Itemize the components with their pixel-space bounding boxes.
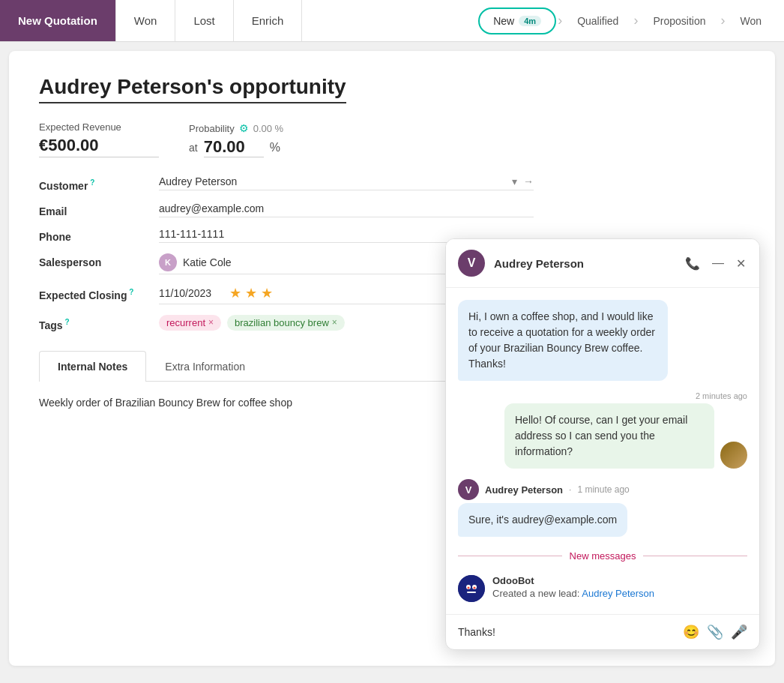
attachment-icon[interactable]: 📎 — [707, 624, 723, 640]
svg-point-4 — [474, 587, 476, 589]
chat-sender-time-3: · — [569, 484, 571, 495]
stage-won-label: Won — [740, 15, 762, 27]
expected-closing-label: Expected Closing ? — [39, 285, 159, 301]
tab-internal-notes[interactable]: Internal Notes — [39, 351, 146, 382]
probability-group: Probability ⚙ 0.00 % at 70.00 % — [189, 122, 283, 157]
stage-new-badge: 4m — [519, 16, 541, 26]
outgoing-avatar-image — [720, 442, 747, 469]
tag-brazilian-bouncy-brew[interactable]: brazilian bouncy brew × — [227, 315, 345, 331]
stage-arrow-2: › — [633, 13, 638, 28]
chat-header-icons: 📞 — ✕ — [684, 255, 747, 272]
at-label: at — [189, 142, 198, 154]
enrich-button[interactable]: Enrich — [234, 0, 303, 41]
chat-contact-name: Audrey Peterson — [494, 257, 675, 270]
customer-label: Customer ? — [39, 175, 159, 192]
email-field[interactable]: audrey@example.com — [159, 202, 534, 217]
chat-bubble-incoming-3: Sure, it's audrey@example.com — [458, 503, 627, 537]
customer-field[interactable]: Audrey Peterson ▾ → — [159, 175, 534, 190]
revenue-group: Expected Revenue €500.00 — [39, 121, 159, 157]
priority-stars[interactable]: ★ ★ ★ — [229, 285, 273, 301]
new-quotation-button[interactable]: New Quotation — [0, 0, 116, 41]
email-label: Email — [39, 202, 159, 217]
expected-closing-value: 11/10/2023 — [159, 287, 211, 299]
chat-input-area: 😊 📎 🎤 — [446, 614, 759, 649]
stage-qualified-label: Qualified — [577, 15, 618, 27]
chat-message-2: Hello! Of course, can I get your email a… — [458, 403, 747, 469]
tags-label: Tags ? — [39, 315, 159, 331]
stage-qualified[interactable]: Qualified — [564, 7, 632, 34]
revenue-row: Expected Revenue €500.00 Probability ⚙ 0… — [39, 121, 745, 157]
tags-question-mark: ? — [63, 318, 70, 326]
probability-percent: % — [270, 141, 280, 154]
phone-value: 111-111-1111 — [159, 228, 224, 240]
tag-recurrent-remove[interactable]: × — [208, 317, 214, 328]
minimize-button[interactable]: — — [711, 255, 726, 271]
top-bar: New Quotation Won Lost Enrich New 4m › Q… — [0, 0, 784, 42]
outgoing-avatar — [720, 442, 747, 469]
divider-line-left — [458, 556, 562, 556]
customer-row: Customer ? Audrey Peterson ▾ → — [39, 175, 745, 192]
chat-time-3: 1 minute ago — [577, 484, 629, 495]
stage-proposition[interactable]: Proposition — [639, 7, 719, 34]
stage-proposition-label: Proposition — [653, 15, 705, 27]
chat-bubble-outgoing-2: Hello! Of course, can I get your email a… — [504, 403, 714, 469]
svg-point-3 — [468, 587, 470, 589]
salesperson-value: Katie Cole — [183, 256, 232, 268]
close-chat-button[interactable]: ✕ — [735, 255, 747, 272]
salesperson-label: Salesperson — [39, 253, 159, 268]
page-title: Audrey Peterson's opportunity — [39, 75, 346, 103]
odoobot-link[interactable]: Audrey Peterson — [582, 588, 654, 599]
stage-new[interactable]: New 4m — [478, 7, 556, 34]
stage-arrow-1: › — [558, 13, 562, 28]
chat-sender-name-3: Audrey Peterson — [485, 484, 563, 496]
svg-rect-5 — [467, 592, 476, 593]
notes-text[interactable]: Weekly order of Brazilian Bouncy Brew fo… — [39, 397, 292, 409]
divider-line-right — [643, 556, 747, 556]
action-buttons: New Quotation Won Lost Enrich — [0, 0, 302, 41]
tab-extra-information[interactable]: Extra Information — [146, 351, 264, 382]
odoobot-msg-text: Created a new lead: — [492, 588, 582, 599]
salesperson-avatar: K — [159, 253, 177, 271]
email-value: audrey@example.com — [159, 202, 264, 214]
chat-time-2: 2 minutes ago — [458, 391, 747, 400]
chat-message-1: Hi, I own a coffee shop, and I would lik… — [458, 300, 747, 381]
phone-icon-button[interactable]: 📞 — [684, 255, 702, 272]
microphone-icon[interactable]: 🎤 — [731, 624, 747, 640]
chat-input[interactable] — [458, 626, 675, 638]
main-content: Audrey Peterson's opportunity Expected R… — [9, 51, 775, 666]
customer-question-mark: ? — [88, 178, 94, 187]
odoobot-content: OdooBot Created a new lead: Audrey Peter… — [492, 575, 654, 599]
tag-recurrent-label: recurrent — [166, 317, 205, 328]
email-row: Email audrey@example.com — [39, 202, 745, 217]
tag-brazilian-bouncy-brew-label: brazilian bouncy brew — [235, 317, 329, 328]
emoji-icon[interactable]: 😊 — [683, 624, 699, 640]
won-button[interactable]: Won — [116, 0, 176, 41]
stage-won[interactable]: Won — [726, 7, 775, 34]
chat-message-3-wrapper: V Audrey Peterson · 1 minute ago Sure, i… — [458, 479, 747, 537]
chat-avatar: V — [458, 250, 485, 277]
phone-label: Phone — [39, 228, 159, 243]
odoobot-message: Created a new lead: Audrey Peterson — [492, 588, 654, 599]
gear-icon[interactable]: ⚙ — [239, 122, 249, 134]
stage-new-label: New — [493, 15, 514, 27]
customer-value: Audrey Peterson — [159, 175, 237, 187]
new-messages-divider: New messages — [458, 550, 747, 562]
chat-popup: V Audrey Peterson 📞 — ✕ Hi, I own a coff… — [445, 238, 760, 650]
probability-auto-value: 0.00 % — [253, 123, 283, 134]
probability-input[interactable]: 70.00 — [204, 137, 264, 157]
tag-recurrent[interactable]: recurrent × — [159, 315, 221, 331]
expected-revenue-value[interactable]: €500.00 — [39, 136, 159, 157]
lost-button[interactable]: Lost — [175, 0, 233, 41]
svg-point-0 — [458, 575, 485, 602]
odoobot-avatar — [458, 575, 485, 602]
chat-sender-row-3: V Audrey Peterson · 1 minute ago — [458, 479, 747, 500]
chat-message-3: Sure, it's audrey@example.com — [458, 503, 747, 537]
tags-container: recurrent × brazilian bouncy brew × — [159, 315, 345, 331]
tag-brazilian-bouncy-brew-remove[interactable]: × — [332, 317, 337, 328]
chat-body: Hi, I own a coffee shop, and I would lik… — [446, 288, 759, 614]
external-link-icon[interactable]: → — [523, 175, 534, 187]
expected-revenue-label: Expected Revenue — [39, 121, 159, 133]
stage-arrow-3: › — [720, 13, 725, 28]
probability-label: Probability — [189, 123, 235, 134]
chat-header: V Audrey Peterson 📞 — ✕ — [446, 239, 759, 288]
